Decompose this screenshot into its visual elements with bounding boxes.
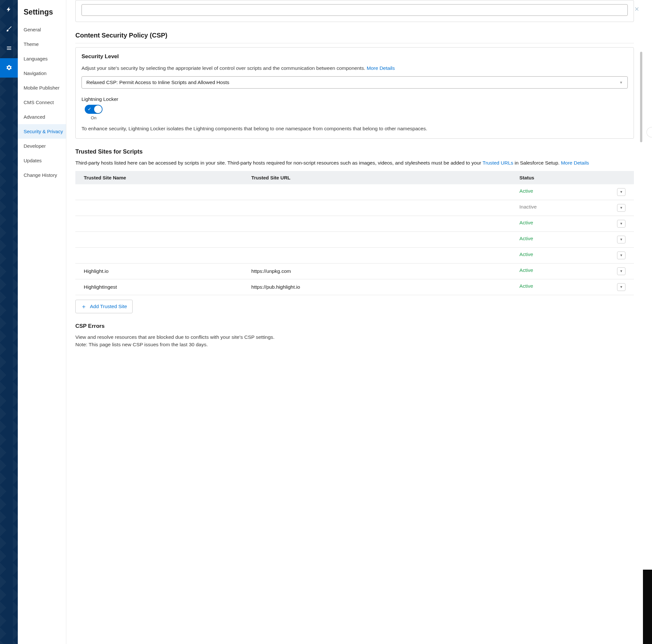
lightning-locker-desc: To enhance security, Lightning Locker is… [82,125,628,132]
sidebar-item-general[interactable]: General [18,22,66,37]
main-content: × Content Security Policy (CSP) Security… [66,0,643,644]
add-trusted-site-button[interactable]: ＋ Add Trusted Site [75,300,133,313]
chevron-down-icon: ▼ [620,206,623,209]
table-row: Active▼ [75,247,634,263]
row-action-menu[interactable]: ▼ [617,188,625,196]
cell-trusted-site-name: HighlightIngest [75,279,243,295]
clickjack-card [75,0,634,22]
brush-icon [6,26,12,33]
row-action-menu[interactable]: ▼ [617,220,625,228]
scrollbar-thumb[interactable] [640,52,642,142]
security-level-select-value: Relaxed CSP: Permit Access to Inline Scr… [86,80,229,85]
row-action-menu[interactable]: ▼ [617,252,625,259]
cell-trusted-site-name [75,200,243,216]
nav-rail [0,0,18,644]
bolt-icon [6,6,12,13]
status-badge: Active [519,220,533,225]
rail-item-settings[interactable] [0,58,18,78]
chevron-down-icon: ▼ [620,269,623,273]
rail-item-brush[interactable] [0,20,18,39]
plus-icon: ＋ [81,303,87,310]
table-row: Inactive▼ [75,200,634,216]
sidebar-item-mobile-publisher[interactable]: Mobile Publisher [18,81,66,95]
sidebar-item-security-privacy[interactable]: Security & Privacy [18,124,66,139]
cell-trusted-site-url [243,231,511,247]
col-trusted-site-url: Trusted Site URL [243,171,511,184]
cell-status: Inactive▼ [511,200,634,216]
table-row: Active▼ [75,184,634,200]
toggle-state-label: On [91,115,97,120]
gear-icon [6,64,12,72]
row-action-menu[interactable]: ▼ [617,283,625,291]
sidebar-item-cms-connect[interactable]: CMS Connect [18,95,66,110]
cell-trusted-site-name [75,216,243,231]
sidebar-item-languages[interactable]: Languages [18,51,66,66]
cell-trusted-site-url: https://unpkg.com [243,263,511,279]
chevron-down-icon: ▼ [620,237,623,241]
cell-status: Active▼ [511,247,634,263]
security-level-heading: Security Level [82,53,628,60]
sidebar-item-change-history[interactable]: Change History [18,168,66,182]
cell-status: Active▼ [511,216,634,231]
status-badge: Active [519,283,533,289]
cell-status: Active▼ [511,184,634,200]
table-row: Active▼ [75,216,634,231]
cell-trusted-site-url [243,247,511,263]
cell-trusted-site-name [75,247,243,263]
security-level-card: Security Level Adjust your site's securi… [75,47,634,139]
trusted-sites-more-details-link[interactable]: More Details [561,160,589,166]
sidebar-item-theme[interactable]: Theme [18,37,66,51]
row-action-menu[interactable]: ▼ [617,204,625,212]
rail-item-bolt[interactable] [0,0,18,20]
rail-item-menu[interactable] [0,39,18,58]
security-level-select[interactable]: Relaxed CSP: Permit Access to Inline Scr… [82,76,628,89]
floating-handle[interactable] [647,128,652,137]
right-edge [643,0,652,644]
chevron-down-icon: ▼ [620,190,623,194]
csp-errors-desc: View and resolve resources that are bloc… [75,333,634,348]
clickjack-select[interactable] [82,4,628,16]
row-action-menu[interactable]: ▼ [617,236,625,244]
cell-trusted-site-url [243,200,511,216]
lightning-locker-label: Lightning Locker [82,96,628,102]
status-badge: Active [519,268,533,273]
status-badge: Active [519,188,533,194]
close-icon: × [634,4,639,13]
table-row: Active▼ [75,231,634,247]
col-status: Status [511,171,634,184]
toggle-knob [94,105,102,113]
trusted-urls-link[interactable]: Trusted URLs [483,160,513,166]
trusted-sites-table: Trusted Site Name Trusted Site URL Statu… [75,171,634,295]
cell-status: Active▼ [511,279,634,295]
csp-errors-section: CSP Errors View and resolve resources th… [75,323,634,348]
add-trusted-site-label: Add Trusted Site [90,304,127,309]
security-level-more-details-link[interactable]: More Details [367,65,395,71]
cell-trusted-site-url [243,184,511,200]
chevron-down-icon: ▼ [620,285,623,289]
chevron-down-icon: ▼ [620,253,623,257]
toggle-track: ✓ [85,105,103,114]
sidebar-item-advanced[interactable]: Advanced [18,110,66,124]
cell-trusted-site-name [75,184,243,200]
row-action-menu[interactable]: ▼ [617,268,625,275]
table-row: Highlight.iohttps://unpkg.comActive▼ [75,263,634,279]
cell-trusted-site-name [75,231,243,247]
table-row: HighlightIngesthttps://pub.highlight.ioA… [75,279,634,295]
chevron-down-icon: ▼ [620,222,623,225]
cell-status: Active▼ [511,231,634,247]
csp-errors-heading: CSP Errors [75,323,634,330]
sidebar-item-navigation[interactable]: Navigation [18,66,66,81]
section-divider [75,43,634,43]
close-button[interactable]: × [634,5,639,13]
status-badge: Active [519,252,533,257]
trusted-sites-heading: Trusted Sites for Scripts [75,148,634,155]
status-badge: Inactive [519,204,537,209]
col-trusted-site-name: Trusted Site Name [75,171,243,184]
trusted-sites-desc: Third-party hosts listed here can be acc… [75,159,634,167]
menu-icon [6,45,12,52]
settings-sidebar: Settings General Theme Languages Navigat… [18,0,66,644]
edge-dark-area [643,570,652,644]
lightning-locker-toggle[interactable]: ✓ On [85,105,103,120]
sidebar-item-updates[interactable]: Updates [18,153,66,168]
sidebar-item-developer[interactable]: Developer [18,139,66,153]
